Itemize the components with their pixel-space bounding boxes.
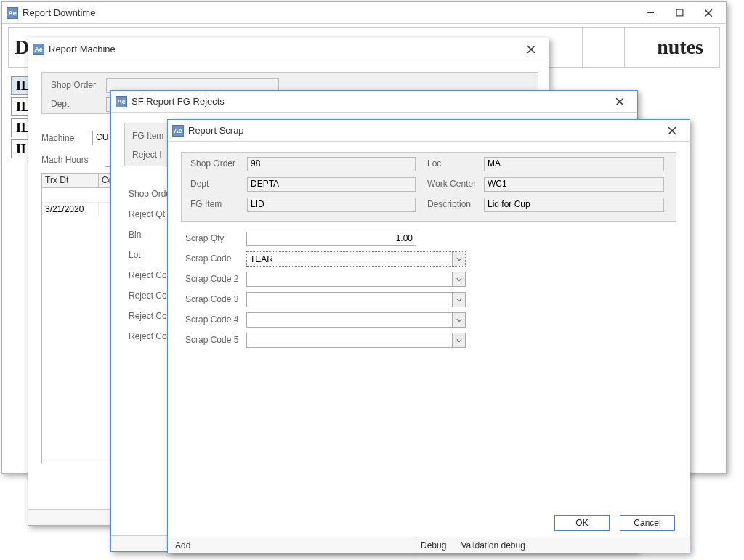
label-mach-hours: Mach Hours [41, 155, 89, 165]
ok-button[interactable]: OK [554, 515, 610, 531]
chevron-down-icon[interactable] [452, 313, 465, 327]
label-sc5: Scrap Code 5 [185, 335, 238, 345]
loc-field: MA [484, 157, 664, 171]
fgitem-field: LID [247, 198, 416, 212]
status-validation-debug[interactable]: Validation debug [453, 537, 533, 553]
label-lot: Lot [129, 245, 171, 265]
chevron-down-icon[interactable] [452, 333, 465, 347]
window-title: Report Scrap [188, 125, 244, 136]
minimize-button[interactable] [636, 4, 665, 23]
titlebar-machine[interactable]: Ae Report Machine [28, 38, 549, 60]
maximize-button[interactable] [665, 4, 694, 23]
close-button[interactable] [517, 40, 546, 59]
scrap-header-box: Shop Order 98 Dept DEPTA FG Item LID Loc… [181, 152, 676, 222]
label-scrap-code: Scrap Code [185, 253, 231, 264]
label-bin: Bin [129, 224, 171, 245]
label-rc4: Reject Co [129, 326, 171, 346]
window-title: Report Downtime [23, 7, 95, 18]
wc-field: WC1 [484, 177, 664, 192]
grid-cell[interactable]: 3/21/2020 [42, 203, 99, 217]
label-rc2: Reject Co [129, 285, 171, 306]
label-sc3: Scrap Code 3 [185, 294, 238, 304]
chevron-down-icon[interactable] [452, 272, 465, 286]
titlebar-fgrejects[interactable]: Ae SF Report FG Rejects [111, 91, 637, 113]
titlebar-scrap[interactable]: Ae Report Scrap [168, 120, 690, 142]
close-button[interactable] [658, 121, 687, 140]
dept-field: DEPTA [247, 177, 416, 192]
downtime-head-right: nutes [657, 36, 703, 59]
label-rc3: Reject Co [129, 306, 171, 326]
window-title: Report Machine [49, 44, 116, 54]
label-wc: Work Center [427, 179, 476, 189]
label-desc: Description [427, 199, 471, 209]
label-rejecti: Reject I [132, 150, 162, 160]
status-debug[interactable]: Debug [413, 537, 453, 553]
label-rc1: Reject Co [129, 265, 171, 285]
label-loc: Loc [427, 158, 441, 169]
label-scrap-qty: Scrap Qty [185, 233, 224, 243]
label-rejectqty: Reject Qt [129, 204, 171, 224]
app-icon: Ae [172, 125, 184, 137]
titlebar-downtime[interactable]: Ae Report Downtime [2, 2, 726, 24]
window-report-scrap: Ae Report Scrap Shop Order 98 Dept DEPTA… [167, 119, 690, 553]
chevron-down-icon[interactable] [452, 293, 465, 307]
window-title: SF Report FG Rejects [132, 96, 225, 107]
svg-rect-1 [676, 9, 683, 16]
status-add[interactable]: Add [168, 537, 413, 553]
scrap-qty-field[interactable]: 1.00 [246, 232, 416, 246]
grid-col-trxdt[interactable]: Trx Dt [42, 174, 99, 187]
label-shop-order: Shop Order [51, 80, 96, 90]
close-button[interactable] [694, 4, 723, 23]
desc-field: Lid for Cup [484, 198, 664, 212]
label-sc4: Scrap Code 4 [185, 315, 238, 325]
scrap-code-value: TEAR [247, 254, 452, 264]
scrap-code5-combo[interactable] [246, 333, 466, 348]
label-shoporde: Shop Orde [129, 184, 171, 204]
label-shop-order: Shop Order [190, 158, 235, 169]
machine-grid[interactable]: Trx Dt Co 3/21/2020 [41, 173, 121, 463]
shop-order-field: 98 [247, 157, 416, 171]
scrap-code-combo[interactable]: TEAR [246, 251, 466, 267]
app-icon: Ae [116, 96, 127, 107]
scrap-code2-combo[interactable] [246, 272, 466, 287]
label-dept: Dept [51, 99, 69, 109]
close-button[interactable] [605, 92, 634, 111]
label-sc2: Scrap Code 2 [185, 274, 238, 284]
scrap-code3-combo[interactable] [246, 292, 466, 307]
scrap-code4-combo[interactable] [246, 312, 466, 328]
chevron-down-icon[interactable] [452, 252, 465, 266]
app-icon: Ae [7, 7, 18, 19]
app-icon: Ae [33, 44, 44, 55]
label-dept: Dept [190, 179, 209, 189]
label-fgitem: FG Item [132, 131, 163, 141]
cancel-button[interactable]: Cancel [620, 515, 675, 531]
label-machine: Machine [41, 133, 74, 143]
label-fgitem: FG Item [190, 199, 222, 209]
